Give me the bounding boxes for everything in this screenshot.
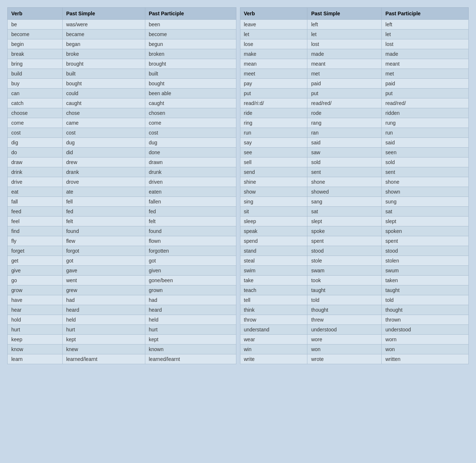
table-cell: ran — [307, 128, 382, 138]
table-row: meetmetmet — [240, 69, 469, 79]
table-cell: caught — [62, 98, 145, 108]
table-cell: chosen — [145, 108, 236, 118]
table-cell: can — [8, 89, 63, 98]
table-cell: kept — [62, 335, 145, 345]
table-cell: steal — [240, 256, 307, 266]
table-cell: grew — [62, 285, 145, 295]
table-cell: come — [8, 118, 63, 128]
table-cell: show — [240, 187, 307, 197]
table-cell: fed — [145, 207, 236, 217]
table-cell: learn — [8, 354, 63, 364]
table-cell: met — [382, 69, 469, 79]
table-cell: break — [8, 49, 63, 59]
table-row: drinkdrankdrunk — [8, 167, 236, 177]
table-cell: lost — [307, 39, 382, 49]
table-cell: knew — [62, 345, 145, 354]
table-cell: put — [240, 89, 307, 98]
table-row: feelfeltfelt — [8, 217, 236, 226]
table-cell: hurt — [62, 325, 145, 335]
table-cell: given — [145, 266, 236, 276]
table-cell: been — [145, 20, 236, 30]
table-cell: came — [62, 118, 145, 128]
table-cell: brought — [145, 59, 236, 69]
table-cell: caught — [145, 98, 236, 108]
table-cell: build — [8, 69, 63, 79]
table-row: buildbuiltbuilt — [8, 69, 236, 79]
table-cell: flown — [145, 236, 236, 246]
table-row: forgetforgotforgotten — [8, 246, 236, 256]
table-cell: learned/learnt — [62, 354, 145, 364]
table-cell: fallen — [145, 197, 236, 207]
table-row: rideroderidden — [240, 108, 469, 118]
table-cell: feel — [8, 217, 63, 226]
table-row: spendspentspent — [240, 236, 469, 246]
table-cell: stood — [382, 246, 469, 256]
table-cell: cost — [62, 128, 145, 138]
table-cell: understood — [307, 325, 382, 335]
table-cell: learned/learnt — [145, 354, 236, 364]
table-cell: sing — [240, 197, 307, 207]
table-row: saysaidsaid — [240, 138, 469, 148]
table-row: leaveleftleft — [240, 20, 469, 30]
table-cell: give — [8, 266, 63, 276]
table-cell: dug — [62, 138, 145, 148]
table-row: wearworeworn — [240, 335, 469, 345]
table-cell: swam — [307, 266, 382, 276]
table-cell: think — [240, 305, 307, 315]
table-row: telltoldtold — [240, 295, 469, 305]
table-row: loselostlost — [240, 39, 469, 49]
table-cell: eaten — [145, 187, 236, 197]
table-cell: meet — [240, 69, 307, 79]
table-cell: sent — [307, 167, 382, 177]
table-cell: paid — [382, 79, 469, 89]
table-cell: stood — [307, 246, 382, 256]
table-cell: known — [145, 345, 236, 354]
table-row: standstoodstood — [240, 246, 469, 256]
table-cell: find — [8, 226, 63, 236]
table-row: hearheardheard — [8, 305, 236, 315]
table-cell: said — [382, 138, 469, 148]
table-cell: held — [62, 315, 145, 325]
table-cell: got — [145, 256, 236, 266]
table-row: feedfedfed — [8, 207, 236, 217]
table-cell: broken — [145, 49, 236, 59]
table-cell: take — [240, 276, 307, 285]
table-cell: forgotten — [145, 246, 236, 256]
table-cell: found — [62, 226, 145, 236]
table-cell: rang — [307, 118, 382, 128]
table-cell: see — [240, 148, 307, 157]
verb-table-2: Verb Past Simple Past Participle leavele… — [240, 7, 469, 364]
table-cell: written — [382, 354, 469, 364]
table-cell: tell — [240, 295, 307, 305]
table-cell: ridden — [382, 108, 469, 118]
table-cell: made — [382, 49, 469, 59]
table-row: read/ri:d/read/red/read/red/ — [240, 98, 469, 108]
table-cell: wrote — [307, 354, 382, 364]
table2-header-verb: Verb — [240, 8, 307, 20]
table-cell: stand — [240, 246, 307, 256]
table-cell: brought — [62, 59, 145, 69]
table-row: dodiddone — [8, 148, 236, 157]
table-cell: know — [8, 345, 63, 354]
table-cell: took — [307, 276, 382, 285]
table-cell: thrown — [382, 315, 469, 325]
table-cell: said — [307, 138, 382, 148]
table-row: knowknewknown — [8, 345, 236, 354]
table-cell: could — [62, 89, 145, 98]
table-cell: sung — [382, 197, 469, 207]
table-cell: begin — [8, 39, 63, 49]
table-cell: eat — [8, 187, 63, 197]
table-row: cancouldbeen able — [8, 89, 236, 98]
table-cell: fly — [8, 236, 63, 246]
table-row: bewas/werebeen — [8, 20, 236, 30]
table-cell: leave — [240, 20, 307, 30]
table-cell: run — [240, 128, 307, 138]
table-cell: rung — [382, 118, 469, 128]
table-cell: gave — [62, 266, 145, 276]
table-cell: go — [8, 276, 63, 285]
table-cell: done — [145, 148, 236, 157]
table-cell: forgot — [62, 246, 145, 256]
table-cell: won — [382, 345, 469, 354]
table-cell: have — [8, 295, 63, 305]
table-row: buyboughtbought — [8, 79, 236, 89]
